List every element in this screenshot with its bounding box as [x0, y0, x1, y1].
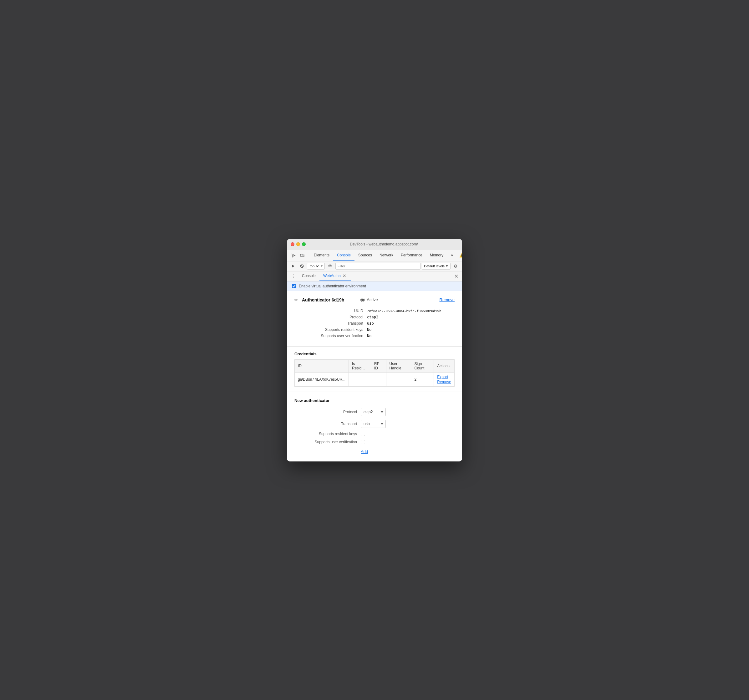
play-button[interactable] [289, 263, 297, 269]
protocol-row: Protocol ctap2 [301, 315, 455, 319]
add-authenticator-button[interactable]: Add [361, 448, 368, 455]
credentials-table: ID Is Resid... RP ID User Handle Sign Co… [294, 359, 455, 387]
active-radio-input[interactable] [361, 298, 365, 302]
table-row: gi9DBsn77iLAXdK7es5UR... 2 Export Remove [295, 372, 455, 386]
col-id: ID [295, 359, 349, 372]
col-actions: Actions [434, 359, 455, 372]
chevron-down-icon: ▼ [446, 265, 448, 268]
svg-marker-2 [292, 265, 294, 268]
resident-keys-value: No [367, 328, 371, 332]
new-auth-transport-row: Transport usb nfc ble internal [294, 420, 455, 428]
new-auth-user-verification-row: Supports user verification [294, 440, 455, 444]
remove-credential-button[interactable]: Remove [437, 380, 451, 384]
panel-menu-dots[interactable]: ⋮ [289, 274, 298, 279]
warning-button[interactable]: ⚠️ 3 [457, 252, 462, 259]
new-auth-user-verification-checkbox[interactable] [361, 440, 365, 444]
svg-rect-0 [300, 254, 303, 256]
tab-memory[interactable]: Memory [426, 250, 447, 261]
tab-more[interactable]: » [447, 250, 457, 261]
col-sign-count: Sign Count [411, 359, 434, 372]
tab-performance[interactable]: Performance [397, 250, 426, 261]
levels-label: Default levels [424, 264, 445, 268]
traffic-lights [290, 242, 306, 246]
toolbar-right: ⚠️ 3 ⚙ ⋮ [457, 252, 462, 259]
cell-actions: Export Remove [434, 372, 455, 386]
export-credential-button[interactable]: Export [437, 374, 448, 380]
authenticator-section: ✏ Authenticator 6d19b Active Remove UUID… [287, 291, 462, 346]
main-content: Enable virtual authenticator environment… [287, 282, 462, 461]
minimize-button[interactable] [296, 242, 300, 246]
resident-keys-label: Supports resident keys [301, 328, 363, 332]
new-auth-user-verification-label: Supports user verification [294, 440, 357, 444]
close-webauthn-tab[interactable]: ✕ [342, 274, 347, 278]
new-auth-resident-keys-checkbox[interactable] [361, 432, 365, 436]
col-rp-id: RP ID [371, 359, 386, 372]
active-radio-group: Active [361, 297, 378, 302]
tab-console[interactable]: Console [333, 250, 355, 261]
close-panel-button[interactable]: ✕ [453, 272, 460, 280]
transport-label: Transport [301, 321, 363, 326]
filter-input[interactable] [335, 263, 420, 270]
enable-virtual-label: Enable virtual authenticator environment [299, 284, 366, 288]
device-icon [300, 253, 304, 258]
maximize-button[interactable] [302, 242, 306, 246]
default-levels-button[interactable]: Default levels ▼ [422, 263, 451, 270]
uuid-value: 7cf6a7e2-0537-48c4-b9fe-f3653826d19b [367, 309, 442, 313]
stop-icon [300, 264, 304, 268]
stop-button[interactable] [298, 263, 306, 269]
new-auth-protocol-row: Protocol ctap2 u2f [294, 408, 455, 416]
cell-sign-count: 2 [411, 372, 434, 386]
tab-elements[interactable]: Elements [310, 250, 333, 261]
table-header-row: ID Is Resid... RP ID User Handle Sign Co… [295, 359, 455, 372]
protocol-value: ctap2 [367, 315, 378, 319]
enable-authenticator-row: Enable virtual authenticator environment [287, 282, 462, 291]
user-verification-label: Supports user verification [301, 334, 363, 338]
cell-user-handle [386, 372, 411, 386]
eye-button[interactable]: 👁 [326, 262, 334, 270]
select-element-button[interactable] [289, 252, 298, 259]
svg-rect-1 [303, 255, 304, 256]
enable-virtual-checkbox[interactable] [292, 284, 296, 288]
close-button[interactable] [290, 242, 294, 246]
cell-id: gi9DBsn77iLAXdK7es5UR... [295, 372, 349, 386]
protocol-label: Protocol [301, 315, 363, 319]
cell-is-resident [349, 372, 371, 386]
transport-value: usb [367, 321, 374, 326]
play-icon [291, 264, 295, 268]
titlebar: DevTools - webauthndemo.appspot.com/ [287, 239, 462, 250]
edit-icon: ✏ [294, 297, 298, 302]
secondary-toolbar: top ▼ 👁 Default levels ▼ ⚙ [287, 261, 462, 271]
remove-authenticator-button[interactable]: Remove [440, 297, 455, 302]
new-authenticator-section: New authenticator Protocol ctap2 u2f Tra… [287, 392, 462, 461]
new-auth-protocol-label: Protocol [294, 410, 357, 414]
nav-tabs: Elements Console Sources Network Perform… [310, 250, 457, 261]
new-auth-resident-keys-row: Supports resident keys [294, 432, 455, 436]
window-title: DevTools - webauthndemo.appspot.com/ [309, 242, 459, 247]
uuid-label: UUID [301, 309, 363, 313]
device-toggle-button[interactable] [298, 252, 306, 259]
user-verification-row: Supports user verification No [301, 334, 455, 338]
new-auth-resident-keys-label: Supports resident keys [294, 432, 357, 436]
col-user-handle: User Handle [386, 359, 411, 372]
credentials-title: Credentials [294, 352, 455, 356]
warning-icon: ⚠️ [459, 253, 462, 258]
new-auth-protocol-select[interactable]: ctap2 u2f [361, 408, 386, 416]
devtools-window: DevTools - webauthndemo.appspot.com/ Ele… [287, 239, 462, 461]
cursor-icon [291, 253, 296, 258]
tab-panel-console[interactable]: Console [298, 271, 319, 281]
authenticator-header: ✏ Authenticator 6d19b Active Remove [294, 297, 455, 302]
context-select-input[interactable]: top [309, 264, 320, 268]
credentials-section: Credentials ID Is Resid... RP ID User Ha… [287, 346, 462, 392]
transport-row: Transport usb [301, 321, 455, 326]
console-settings-button[interactable]: ⚙ [452, 262, 460, 270]
context-selector[interactable]: top ▼ [307, 263, 325, 270]
svg-line-4 [301, 265, 303, 267]
main-toolbar: Elements Console Sources Network Perform… [287, 250, 462, 261]
tab-network[interactable]: Network [376, 250, 397, 261]
tab-panel-webauthn[interactable]: WebAuthn ✕ [319, 271, 351, 281]
new-auth-transport-select[interactable]: usb nfc ble internal [361, 420, 386, 428]
col-is-resident: Is Resid... [349, 359, 371, 372]
new-auth-title: New authenticator [294, 398, 455, 403]
tab-sources[interactable]: Sources [355, 250, 376, 261]
resident-keys-row: Supports resident keys No [301, 328, 455, 332]
